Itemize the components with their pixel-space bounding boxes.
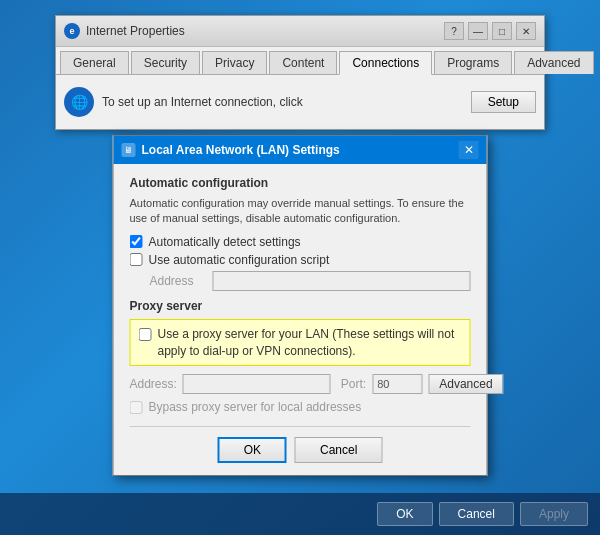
ie-properties-window: e Internet Properties ? — □ ✕ General Se… bbox=[55, 15, 545, 130]
minimize-button[interactable]: — bbox=[468, 22, 488, 40]
lan-close-button[interactable]: ✕ bbox=[459, 141, 479, 159]
connection-description: To set up an Internet connection, click bbox=[102, 95, 463, 109]
bottom-taskbar: OK Cancel Apply bbox=[0, 493, 600, 535]
lan-ok-button[interactable]: OK bbox=[218, 437, 287, 463]
proxy-port-input[interactable] bbox=[372, 374, 422, 394]
lan-cancel-button[interactable]: Cancel bbox=[295, 437, 382, 463]
tab-advanced[interactable]: Advanced bbox=[514, 51, 593, 74]
tab-privacy[interactable]: Privacy bbox=[202, 51, 267, 74]
help-button[interactable]: ? bbox=[444, 22, 464, 40]
proxy-address-input[interactable] bbox=[183, 374, 331, 394]
auto-config-address-row: Address bbox=[150, 271, 471, 291]
ie-tabs: General Security Privacy Content Connect… bbox=[56, 47, 544, 75]
ie-titlebar: e Internet Properties ? — □ ✕ bbox=[56, 16, 544, 47]
proxy-address-label: Address: bbox=[130, 377, 177, 391]
close-button[interactable]: ✕ bbox=[516, 22, 536, 40]
tab-connections[interactable]: Connections bbox=[339, 51, 432, 75]
proxy-port-label: Port: bbox=[341, 377, 366, 391]
tab-programs[interactable]: Programs bbox=[434, 51, 512, 74]
lan-settings-dialog: 🖥 Local Area Network (LAN) Settings ✕ Au… bbox=[113, 135, 488, 476]
setup-button[interactable]: Setup bbox=[471, 91, 536, 113]
lan-dialog-icon: 🖥 bbox=[122, 143, 136, 157]
detect-settings-label[interactable]: Automatically detect settings bbox=[149, 235, 301, 249]
globe-icon: 🌐 bbox=[64, 87, 94, 117]
lan-dialog-buttons: OK Cancel bbox=[130, 426, 471, 463]
proxy-server-header: Proxy server bbox=[130, 299, 471, 313]
bottom-ok-button[interactable]: OK bbox=[377, 502, 432, 526]
bypass-proxy-label[interactable]: Bypass proxy server for local addresses bbox=[149, 400, 362, 414]
bypass-proxy-row: Bypass proxy server for local addresses bbox=[130, 400, 471, 414]
proxy-highlight-box: Use a proxy server for your LAN (These s… bbox=[130, 319, 471, 367]
bottom-apply-button[interactable]: Apply bbox=[520, 502, 588, 526]
lan-dialog-title: Local Area Network (LAN) Settings bbox=[142, 143, 340, 157]
ie-app-icon: e bbox=[64, 23, 80, 39]
use-script-row: Use automatic configuration script bbox=[130, 253, 471, 267]
bottom-cancel-button[interactable]: Cancel bbox=[439, 502, 514, 526]
proxy-checkbox-row: Use a proxy server for your LAN (These s… bbox=[139, 326, 462, 360]
bypass-proxy-checkbox[interactable] bbox=[130, 401, 143, 414]
lan-titlebar-left: 🖥 Local Area Network (LAN) Settings bbox=[122, 143, 340, 157]
maximize-button[interactable]: □ bbox=[492, 22, 512, 40]
ie-window-title: Internet Properties bbox=[86, 24, 185, 38]
tab-content[interactable]: Content bbox=[269, 51, 337, 74]
detect-settings-checkbox[interactable] bbox=[130, 235, 143, 248]
connection-row: 🌐 To set up an Internet connection, clic… bbox=[64, 83, 536, 121]
proxy-address-row: Address: Port: Advanced bbox=[130, 374, 471, 394]
tab-security[interactable]: Security bbox=[131, 51, 200, 74]
auto-config-desc: Automatic configuration may override man… bbox=[130, 196, 471, 227]
address-label: Address bbox=[150, 274, 205, 288]
detect-settings-row: Automatically detect settings bbox=[130, 235, 471, 249]
ie-window-controls: ? — □ ✕ bbox=[444, 22, 536, 40]
use-script-checkbox[interactable] bbox=[130, 253, 143, 266]
lan-titlebar: 🖥 Local Area Network (LAN) Settings ✕ bbox=[114, 136, 487, 164]
proxy-label[interactable]: Use a proxy server for your LAN (These s… bbox=[158, 326, 462, 360]
tab-general[interactable]: General bbox=[60, 51, 129, 74]
proxy-checkbox[interactable] bbox=[139, 328, 152, 341]
lan-dialog-body: Automatic configuration Automatic config… bbox=[114, 164, 487, 475]
ie-content-area: 🌐 To set up an Internet connection, clic… bbox=[56, 75, 544, 129]
auto-config-header: Automatic configuration bbox=[130, 176, 471, 190]
use-script-label[interactable]: Use automatic configuration script bbox=[149, 253, 330, 267]
auto-config-address-input[interactable] bbox=[213, 271, 471, 291]
ie-titlebar-left: e Internet Properties bbox=[64, 23, 185, 39]
proxy-advanced-button[interactable]: Advanced bbox=[428, 374, 503, 394]
